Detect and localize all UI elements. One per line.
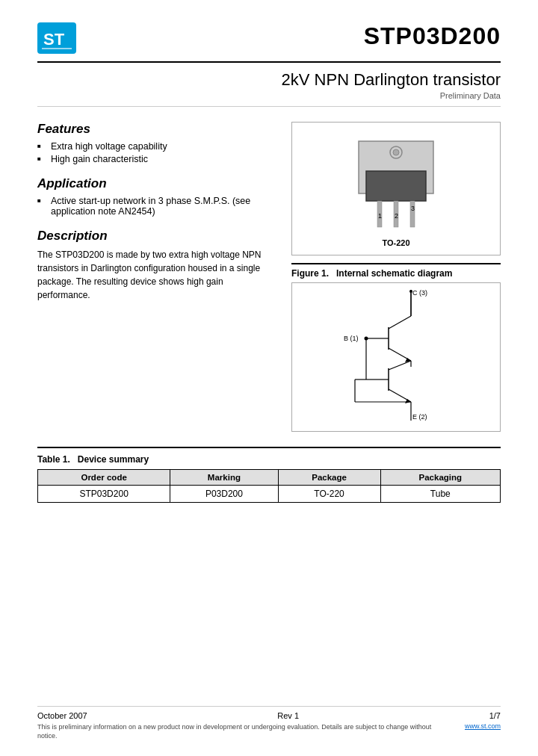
- device-summary-table: Order code Marking Package Packaging STP…: [37, 469, 501, 503]
- part-number: STP03D200: [364, 22, 501, 50]
- table-section: Table 1. Device summary Order code Marki…: [37, 447, 501, 503]
- features-section: Features Extra high voltage capability H…: [37, 122, 276, 164]
- svg-point-35: [365, 337, 368, 341]
- table-title: Table 1. Device summary: [37, 454, 501, 465]
- feature-item-1: Extra high voltage capability: [37, 141, 276, 152]
- feature-item-2: High gain characteristic: [37, 154, 276, 164]
- svg-point-5: [393, 149, 399, 155]
- col-header-order-code: Order code: [38, 470, 170, 486]
- footer-top: October 2007 Rev 1 1/7: [37, 711, 501, 720]
- svg-text:2: 2: [395, 212, 398, 220]
- footer-website[interactable]: www.st.com: [465, 722, 501, 730]
- package-box: 3 2 1 TO-220: [291, 122, 501, 255]
- svg-text:B (1): B (1): [344, 335, 359, 342]
- svg-line-15: [389, 316, 411, 329]
- table-header-row: Order code Marking Package Packaging: [38, 470, 501, 486]
- footer-page: 1/7: [489, 711, 501, 720]
- page-footer: October 2007 Rev 1 1/7 This is prelimina…: [37, 706, 501, 741]
- cell-marking: P03D200: [170, 486, 278, 503]
- svg-point-29: [409, 290, 412, 293]
- subtitle-section: 2kV NPN Darlington transistor Preliminar…: [37, 70, 501, 107]
- col-header-package: Package: [278, 470, 380, 486]
- figure-title: Internal schematic diagram: [336, 268, 452, 279]
- application-item-1: Active start-up network in 3 phase S.M.P…: [37, 196, 276, 217]
- svg-text:1: 1: [378, 212, 382, 220]
- application-section: Application Active start-up network in 3…: [37, 176, 276, 217]
- page-header: ST STP03D200: [37, 22, 501, 63]
- footer-bottom: This is preliminary information on a new…: [37, 722, 501, 741]
- main-content: Features Extra high voltage capability H…: [37, 122, 501, 432]
- svg-text:3: 3: [411, 205, 415, 212]
- description-section: Description The STP03D200 is made by two…: [37, 229, 276, 302]
- cell-package: TO-220: [278, 486, 380, 503]
- svg-rect-6: [366, 171, 426, 201]
- col-header-packaging: Packaging: [380, 470, 500, 486]
- application-heading: Application: [37, 176, 276, 191]
- cell-order-code: STP03D200: [38, 486, 170, 503]
- figure-title-bar: Figure 1. Internal schematic diagram: [291, 268, 501, 279]
- figure-section: Figure 1. Internal schematic diagram: [291, 263, 501, 432]
- features-list: Extra high voltage capability High gain …: [37, 141, 276, 164]
- description-text: The STP03D200 is made by two extra high …: [37, 248, 276, 302]
- table-number: Table 1.: [37, 454, 70, 465]
- footer-revision: Rev 1: [277, 711, 299, 720]
- description-heading: Description: [37, 229, 276, 244]
- features-heading: Features: [37, 122, 276, 137]
- logo-container: ST: [37, 22, 76, 54]
- svg-text:E (2): E (2): [412, 413, 427, 421]
- left-column: Features Extra high voltage capability H…: [37, 122, 276, 432]
- package-label: TO-220: [300, 238, 492, 247]
- st-logo: ST: [37, 22, 76, 54]
- svg-rect-2: [42, 48, 72, 49]
- schematic-svg: B (1): [299, 286, 493, 428]
- package-image: 3 2 1: [336, 130, 456, 235]
- application-list: Active start-up network in 3 phase S.M.P…: [37, 196, 276, 217]
- footer-disclaimer: This is preliminary information on a new…: [37, 722, 441, 741]
- svg-line-22: [389, 361, 411, 370]
- svg-text:C (3): C (3): [412, 289, 427, 297]
- preliminary-data: Preliminary Data: [37, 91, 501, 100]
- schematic-diagram: B (1): [291, 282, 501, 432]
- product-title: 2kV NPN Darlington transistor: [37, 70, 501, 90]
- right-column: 3 2 1 TO-220 Figure 1. Internal schemati…: [291, 122, 501, 432]
- col-header-marking: Marking: [170, 470, 278, 486]
- footer-date: October 2007: [37, 711, 87, 720]
- table-heading: Device summary: [78, 454, 149, 465]
- figure-number: Figure 1.: [291, 268, 329, 279]
- table-row: STP03D200 P03D200 TO-220 Tube: [38, 486, 501, 503]
- cell-packaging: Tube: [380, 486, 500, 503]
- svg-text:ST: ST: [43, 30, 65, 49]
